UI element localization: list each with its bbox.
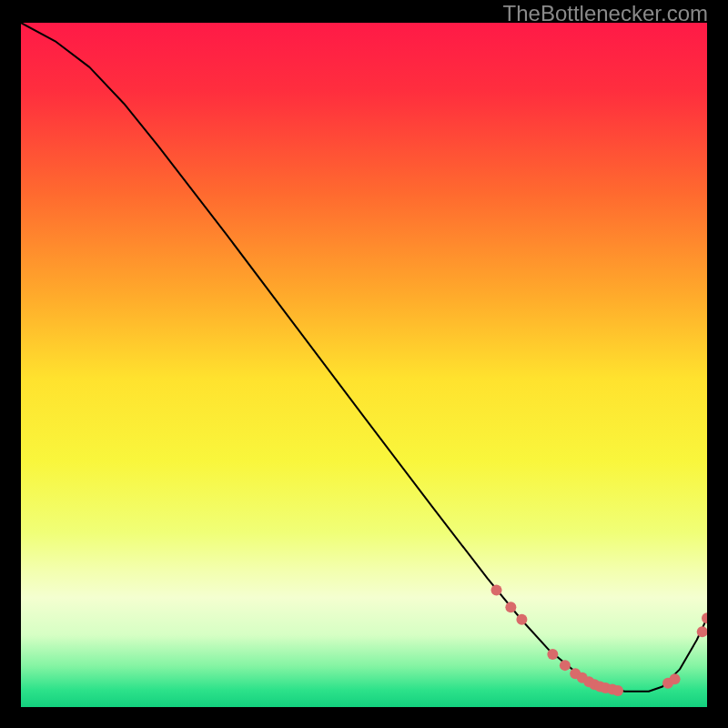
data-point	[547, 649, 558, 660]
chart-root: TheBottlenecker.com	[0, 0, 728, 728]
data-point	[670, 673, 681, 684]
gradient-background	[21, 23, 707, 707]
data-point	[560, 660, 571, 671]
data-point	[491, 584, 502, 595]
plot-area	[21, 23, 707, 707]
data-point	[505, 602, 516, 612]
data-point	[516, 614, 527, 625]
data-point	[612, 685, 623, 696]
